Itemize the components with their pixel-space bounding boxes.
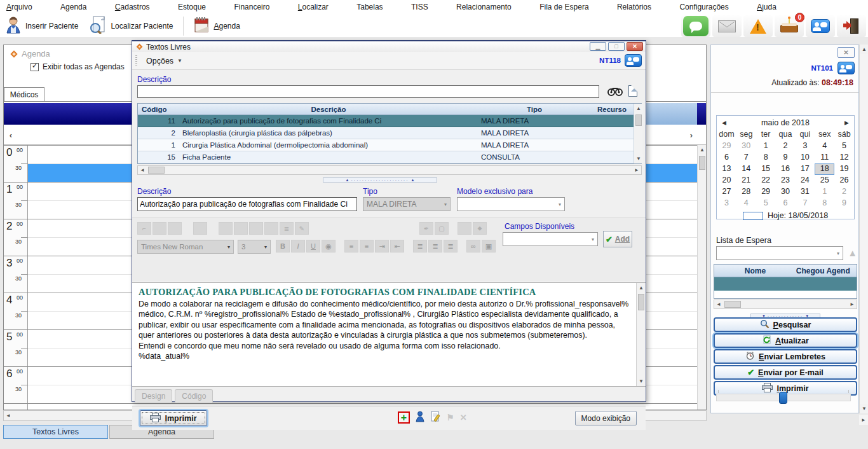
scroll-up-icon[interactable]: ▲ bbox=[698, 145, 707, 155]
user-record-icon[interactable] bbox=[416, 411, 425, 424]
menu-tiss[interactable]: TISS bbox=[411, 3, 428, 11]
col-nome[interactable]: Nome bbox=[714, 266, 796, 275]
table-row[interactable]: 15 Ficha Paciente CONSULTA bbox=[138, 151, 634, 163]
mail-button[interactable] bbox=[712, 15, 742, 37]
calendar-day[interactable]: 25 bbox=[815, 175, 834, 186]
scrollbar-thumb[interactable] bbox=[638, 294, 644, 310]
editor-vertical-scrollbar[interactable]: ▲ ▼ bbox=[636, 283, 646, 386]
calendar-day[interactable]: 21 bbox=[736, 175, 756, 186]
calendar-day[interactable]: 2 bbox=[776, 141, 796, 152]
calendar-day[interactable]: 6 bbox=[776, 198, 796, 209]
zoom-slider[interactable] bbox=[716, 394, 851, 401]
calendar-day[interactable]: 11 bbox=[815, 152, 834, 163]
calendar-day[interactable]: 3 bbox=[717, 198, 736, 209]
add-text-button-highlighted[interactable]: + bbox=[398, 411, 410, 424]
locate-patient-button[interactable]: Localizar Paciente bbox=[84, 15, 179, 37]
table-horizontal-scrollbar[interactable]: ◄ ► bbox=[137, 165, 642, 175]
calendar-day[interactable]: 16 bbox=[776, 163, 796, 175]
menu-tabelas[interactable]: Tabelas bbox=[356, 3, 383, 11]
scrollbar-thumb[interactable] bbox=[724, 301, 741, 308]
agenda-prev-button[interactable]: ‹ bbox=[6, 127, 15, 142]
menu-relacionamento[interactable]: Relacionamento bbox=[456, 3, 512, 11]
waitlist-select[interactable]: ▾ bbox=[716, 246, 843, 260]
calendar-day-selected[interactable]: 18 bbox=[815, 163, 834, 175]
calendar-day[interactable]: 5 bbox=[834, 141, 854, 152]
calendar-day[interactable]: 29 bbox=[756, 186, 776, 198]
menu-arquivo[interactable]: Arquivo bbox=[6, 3, 32, 11]
maximize-button[interactable]: □ bbox=[608, 42, 625, 51]
agenda-button[interactable]: Agenda bbox=[188, 15, 245, 37]
scroll-left-icon[interactable]: ◄ bbox=[4, 411, 13, 420]
calendar-day[interactable]: 30 bbox=[776, 186, 796, 198]
table-row[interactable]: 11 Autorização para publicação de fotogr… bbox=[138, 115, 634, 127]
menu-configuracoes[interactable]: Configurações bbox=[679, 3, 728, 11]
menu-estoque[interactable]: Estoque bbox=[178, 3, 206, 11]
search-input[interactable] bbox=[137, 85, 599, 98]
calendar-day[interactable]: 9 bbox=[834, 198, 854, 209]
menu-localizar[interactable]: Localizar bbox=[298, 3, 329, 11]
calendar-day[interactable]: 8 bbox=[756, 152, 776, 163]
calendar-day[interactable]: 27 bbox=[717, 186, 736, 198]
contacts-button[interactable] bbox=[806, 15, 835, 37]
menu-financeiro[interactable]: Financeiro bbox=[234, 3, 269, 11]
scroll-left-icon[interactable]: ◄ bbox=[138, 166, 147, 174]
waitlist-selected-row[interactable] bbox=[714, 277, 857, 291]
calendar-day[interactable]: 10 bbox=[795, 152, 815, 163]
close-button[interactable]: ✕ bbox=[627, 42, 643, 51]
enviar-email-button[interactable]: ✔ Enviar por E-mail bbox=[714, 365, 857, 380]
table-header[interactable]: Código Descrição Tipo Recurso bbox=[138, 104, 634, 115]
menu-agenda[interactable]: Agenda bbox=[60, 3, 86, 11]
show-all-checkbox[interactable] bbox=[31, 63, 39, 71]
menu-ajuda[interactable]: Ajuda bbox=[757, 3, 776, 11]
calendar-month-label[interactable]: maio de 2018 bbox=[761, 118, 810, 127]
col-descricao[interactable]: Descrição bbox=[179, 106, 478, 113]
pesquisar-button[interactable]: Pesquisar bbox=[714, 317, 857, 332]
edit-document-icon[interactable] bbox=[431, 411, 441, 424]
campos-select[interactable]: ▾ bbox=[503, 232, 598, 246]
table-row[interactable]: 1 Cirurgia Plástica Abdominal (dermolipe… bbox=[138, 139, 634, 151]
calendar-day[interactable]: 7 bbox=[736, 152, 756, 163]
scrollbar-thumb[interactable] bbox=[148, 167, 165, 174]
birthday-button[interactable]: 0 bbox=[775, 15, 804, 37]
col-recurso[interactable]: Recurso bbox=[590, 106, 634, 113]
add-field-button[interactable]: ✔Add bbox=[603, 231, 632, 247]
options-menu-button[interactable]: Opções▼ bbox=[142, 55, 186, 67]
exit-button[interactable] bbox=[837, 15, 866, 37]
calendar-next-icon[interactable]: ▶ bbox=[844, 120, 849, 126]
calendar-day[interactable]: 26 bbox=[834, 175, 854, 186]
calendar-today-row[interactable]: Hoje: 18/05/2018 bbox=[717, 209, 854, 220]
calendar-day[interactable]: 31 bbox=[795, 186, 815, 198]
display-mode-button[interactable]: Modo exibição bbox=[575, 411, 637, 425]
scroll-down-icon[interactable]: ▼ bbox=[860, 404, 868, 413]
scroll-up-icon[interactable]: ▲ bbox=[860, 45, 868, 54]
scroll-right-icon[interactable]: ► bbox=[859, 415, 868, 425]
scroll-up-icon[interactable]: ▲ bbox=[637, 283, 646, 293]
print-button[interactable]: Imprimir bbox=[140, 410, 207, 426]
col-codigo[interactable]: Código bbox=[138, 106, 179, 113]
splitter-handle[interactable]: ▲·····················▲ bbox=[323, 177, 437, 183]
calendar-day[interactable]: 17 bbox=[795, 163, 815, 175]
calendar-day[interactable]: 23 bbox=[776, 175, 796, 186]
scroll-right-icon[interactable]: ► bbox=[632, 166, 641, 174]
search-binoculars-icon[interactable] bbox=[607, 86, 623, 98]
enviar-lembretes-button[interactable]: Enviar Lembretes bbox=[714, 349, 857, 364]
dialog-titlebar[interactable]: Textos Livres ▁ □ ✕ bbox=[132, 41, 646, 52]
form-modelo-select[interactable]: ▾ bbox=[457, 197, 565, 211]
insert-patient-button[interactable]: Inserir Paciente bbox=[0, 15, 84, 37]
minimize-button[interactable]: ▁ bbox=[590, 42, 606, 51]
col-chegou-agenda[interactable]: Chegou Agend bbox=[796, 266, 857, 275]
agenda-vertical-scrollbar[interactable]: ▲ bbox=[697, 145, 706, 410]
calendar-day[interactable]: 29 bbox=[717, 141, 736, 152]
calendar-day[interactable]: 1 bbox=[815, 186, 834, 198]
calendar-day[interactable]: 19 bbox=[834, 163, 854, 175]
table-vertical-scrollbar[interactable]: ▲ ▼ bbox=[634, 104, 642, 163]
scroll-down-icon[interactable]: ▼ bbox=[634, 154, 643, 163]
scrollbar-thumb[interactable] bbox=[635, 114, 642, 126]
menu-cadastros[interactable]: Cadastros bbox=[115, 3, 150, 11]
tab-textos-livres[interactable]: Textos Livres bbox=[3, 425, 108, 439]
document-content[interactable]: AUTORIZAÇÃO PARA PUBLICAÇÃO DE FOTOGRAFI… bbox=[132, 283, 636, 386]
alert-button[interactable]: ! bbox=[743, 15, 773, 37]
calendar-day[interactable]: 9 bbox=[776, 152, 796, 163]
scroll-left-icon[interactable]: ◄ bbox=[714, 300, 723, 308]
menu-relatorios[interactable]: Relatórios bbox=[617, 3, 651, 11]
